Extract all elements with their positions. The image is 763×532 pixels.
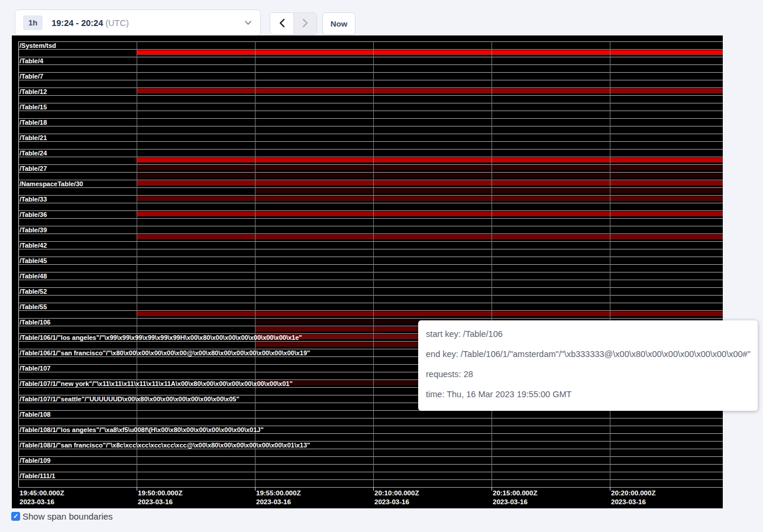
row-label: /Table/12 <box>20 88 47 96</box>
x-axis-label: 20:20:00.000Z2023-03-16 <box>611 489 655 506</box>
prev-button[interactable] <box>270 13 293 34</box>
heat-band[interactable] <box>137 196 723 201</box>
show-span-boundaries-checkbox[interactable]: ✓ <box>11 512 20 521</box>
heat-band[interactable] <box>137 181 723 186</box>
grid-line-h <box>18 141 723 142</box>
grid-line-h <box>18 287 723 288</box>
row-label: /Table/7 <box>20 73 43 80</box>
x-axis-time: 19:50:00.000Z <box>138 489 182 498</box>
row-label: /System/tsd <box>20 42 56 50</box>
grid-line-h <box>18 318 723 319</box>
grid-line-h <box>18 233 723 234</box>
grid-line-h <box>18 264 723 265</box>
grid-line-h <box>18 272 723 273</box>
grid-line-h <box>18 303 723 303</box>
x-axis-tick <box>492 487 492 491</box>
grid-line-h <box>18 472 723 472</box>
grid-line-h <box>18 118 723 119</box>
heat-band[interactable] <box>137 89 723 93</box>
row-label: /Table/45 <box>20 257 47 265</box>
row-label: /Table/4 <box>20 57 43 65</box>
x-axis-label: 19:45:00.000Z2023-03-16 <box>20 489 64 506</box>
next-button[interactable] <box>293 13 316 34</box>
grid-line-h <box>18 218 723 219</box>
grid-line-h <box>18 187 723 188</box>
canvas-left-edge <box>18 41 19 487</box>
row-label: /Table/15 <box>20 103 47 111</box>
grid-line-h <box>18 164 723 165</box>
heat-band[interactable] <box>137 173 723 178</box>
x-axis-date: 2023-03-16 <box>138 498 182 507</box>
grid-line-h <box>18 149 723 150</box>
row-label: /Table/106 <box>20 319 50 326</box>
grid-line-h <box>18 87 723 88</box>
row-label: /Table/18 <box>20 119 47 126</box>
tooltip-requests: requests: 28 <box>426 364 758 384</box>
row-label: /Table/24 <box>20 150 47 157</box>
grid-line-h <box>18 172 723 173</box>
x-axis-tick <box>373 487 374 491</box>
grid-line-h <box>18 479 723 480</box>
grid-line-h <box>18 57 723 57</box>
grid-line-h <box>18 134 723 134</box>
heat-band[interactable] <box>137 158 723 163</box>
check-icon: ✓ <box>13 513 18 520</box>
row-label: /Table/106/1/"los angeles"/"\x99\x99\x99… <box>20 334 302 342</box>
tooltip-start-key: start key: /Table/106 <box>426 324 758 344</box>
grid-line-h <box>18 210 723 211</box>
grid-line-v <box>492 41 492 487</box>
heat-band[interactable] <box>137 212 723 216</box>
x-axis-label: 20:15:00.000Z2023-03-16 <box>493 489 537 506</box>
x-axis-date: 2023-03-16 <box>256 498 300 507</box>
grid-line-v <box>610 41 610 487</box>
x-axis-time: 20:20:00.000Z <box>611 489 655 498</box>
row-label: /Table/48 <box>20 273 47 280</box>
key-visualizer-canvas[interactable]: /System/tsd/Table/4/Table/7/Table/12/Tab… <box>12 35 723 508</box>
grid-line-h <box>18 41 723 42</box>
row-label: /Table/109 <box>20 457 50 465</box>
x-axis-date: 2023-03-16 <box>374 498 419 507</box>
now-button[interactable]: Now <box>322 12 355 35</box>
time-range-selector[interactable]: 1h 19:24 - 20:24 (UTC) <box>15 9 261 36</box>
heat-band[interactable] <box>137 166 723 170</box>
x-axis-label: 19:50:00.000Z2023-03-16 <box>138 489 182 506</box>
grid-line-h <box>18 487 723 488</box>
row-label: /Table/36 <box>20 211 47 219</box>
heat-band[interactable] <box>255 189 723 193</box>
row-label: /Table/107/1/"seattle"/"UUUUUUD\x00\x80\… <box>20 395 240 403</box>
grid-line-h <box>18 310 723 311</box>
grid-line-h <box>18 241 723 242</box>
grid-line-v <box>373 41 374 487</box>
hover-tooltip: start key: /Table/106 end key: /Table/10… <box>418 320 758 411</box>
x-axis-tick <box>137 487 137 491</box>
x-axis-time: 20:10:00.000Z <box>374 489 419 498</box>
row-label: /Table/39 <box>20 226 47 234</box>
grid-line-h <box>18 249 723 249</box>
x-axis-time: 19:55:00.000Z <box>256 489 300 498</box>
heat-band[interactable] <box>137 235 723 239</box>
row-label: /Table/108/1/"los angeles"/"\xa8\xf5\u00… <box>20 426 264 434</box>
footer-controls: ✓ Show span boundaries <box>11 511 113 521</box>
grid-line-v <box>137 41 137 487</box>
grid-line-h <box>18 295 723 296</box>
grid-line-h <box>18 257 723 257</box>
x-axis-label: 20:10:00.000Z2023-03-16 <box>374 489 419 506</box>
show-span-boundaries-label: Show span boundaries <box>22 511 113 521</box>
heat-band[interactable] <box>137 312 723 316</box>
heat-band[interactable] <box>137 50 723 55</box>
grid-line-h <box>18 95 723 96</box>
timezone-label: (UTC) <box>105 18 128 28</box>
row-label: /Table/33 <box>20 196 47 203</box>
grid-line-h <box>18 180 723 180</box>
grid-line-h <box>18 64 723 65</box>
tooltip-time: time: Thu, 16 Mar 2023 19:55:00 GMT <box>426 384 758 404</box>
time-nav-group <box>270 12 317 35</box>
row-label: /Table/108 <box>20 411 50 419</box>
x-axis-time: 20:15:00.000Z <box>493 489 537 498</box>
row-label: /Table/108/1/"san francisco"/"\x8c\xcc\x… <box>20 442 310 449</box>
grid-line-h <box>18 203 723 203</box>
grid-line-h <box>18 456 723 457</box>
grid-line-h <box>18 80 723 80</box>
grid-line-h <box>18 464 723 465</box>
chevron-down-icon <box>244 20 252 25</box>
